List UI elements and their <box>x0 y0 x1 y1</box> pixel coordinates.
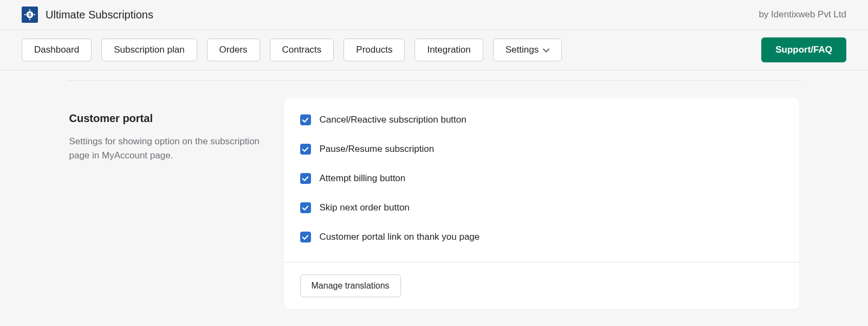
option-label: Attempt billing button <box>320 173 406 184</box>
app-title: Ultimate Subscriptions <box>46 9 153 21</box>
svg-text:$: $ <box>28 12 31 17</box>
option-label: Skip next order button <box>320 202 410 213</box>
check-icon <box>302 204 309 212</box>
check-icon <box>302 234 309 241</box>
nav-settings[interactable]: Settings <box>493 39 562 61</box>
nav-tabs: Dashboard Subscription plan Orders Contr… <box>22 39 562 61</box>
nav-label: Orders <box>219 44 248 55</box>
option-cancel-reactive: Cancel/Reactive subscription button <box>300 114 783 125</box>
nav-integration[interactable]: Integration <box>414 39 483 61</box>
settings-layout: Customer portal Settings for showing opt… <box>67 98 801 309</box>
nav-label: Contracts <box>282 44 322 55</box>
vendor-text: by Identixweb Pvt Ltd <box>759 9 846 20</box>
check-icon <box>302 175 309 182</box>
section-intro: Customer portal Settings for showing opt… <box>69 98 264 309</box>
svg-rect-3 <box>29 18 30 20</box>
header-left: $ Ultimate Subscriptions <box>22 7 153 23</box>
option-skip-next-order: Skip next order button <box>300 202 783 213</box>
check-icon <box>302 146 309 153</box>
app-header: $ Ultimate Subscriptions by Identixweb P… <box>0 0 868 30</box>
nav-label: Products <box>356 44 392 55</box>
nav-label: Settings <box>506 44 539 55</box>
support-faq-button[interactable]: Support/FAQ <box>761 37 846 62</box>
nav-orders[interactable]: Orders <box>207 39 260 61</box>
option-label: Pause/Resume subscription <box>320 144 435 155</box>
nav-label: Subscription plan <box>114 44 184 55</box>
svg-rect-4 <box>24 14 26 15</box>
card-footer: Manage translations <box>284 262 799 309</box>
nav-label: Dashboard <box>34 44 79 55</box>
nav-dashboard[interactable]: Dashboard <box>22 39 92 61</box>
card-body: Cancel/Reactive subscription button Paus… <box>284 98 799 262</box>
svg-rect-5 <box>34 14 35 15</box>
content-area: Customer portal Settings for showing opt… <box>67 71 801 326</box>
nav-row: Dashboard Subscription plan Orders Contr… <box>0 30 868 71</box>
option-label: Customer portal link on thank you page <box>320 232 480 242</box>
nav-contracts[interactable]: Contracts <box>270 39 334 61</box>
chevron-down-icon <box>543 44 549 55</box>
svg-rect-2 <box>29 9 30 11</box>
nav-products[interactable]: Products <box>344 39 405 61</box>
manage-translations-button[interactable]: Manage translations <box>300 274 401 297</box>
checkbox-skip-next-order[interactable] <box>300 202 311 213</box>
checkbox-cancel-reactive[interactable] <box>300 114 311 125</box>
nav-subscription-plan[interactable]: Subscription plan <box>101 39 197 61</box>
option-attempt-billing: Attempt billing button <box>300 173 783 184</box>
checkbox-pause-resume[interactable] <box>300 144 311 155</box>
checkbox-portal-link-thank-you[interactable] <box>300 232 311 242</box>
app-logo-icon: $ <box>22 7 38 23</box>
nav-label: Integration <box>427 44 470 55</box>
checkbox-attempt-billing[interactable] <box>300 173 311 184</box>
option-pause-resume: Pause/Resume subscription <box>300 144 783 155</box>
option-portal-link-thank-you: Customer portal link on thank you page <box>300 232 783 242</box>
section-title: Customer portal <box>69 112 264 125</box>
option-label: Cancel/Reactive subscription button <box>320 114 467 125</box>
settings-card: Cancel/Reactive subscription button Paus… <box>284 98 799 309</box>
section-divider <box>67 80 801 81</box>
check-icon <box>302 117 309 124</box>
section-description: Settings for showing option on the subsc… <box>69 135 264 162</box>
